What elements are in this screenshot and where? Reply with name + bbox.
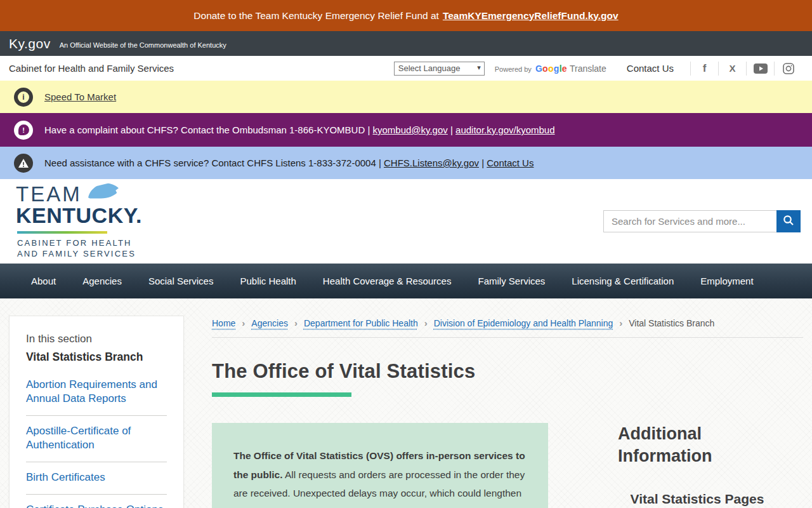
utility-row: Cabinet for Health and Family Services S… bbox=[0, 56, 812, 81]
sidebar-title: Vital Statistics Branch bbox=[26, 351, 167, 364]
nav-family-services[interactable]: Family Services bbox=[464, 264, 558, 298]
logo-cabinet-line1: CABINET FOR HEALTH bbox=[17, 238, 142, 249]
chfs-listens-text: Need assistance with a CHFS service? Con… bbox=[44, 157, 534, 168]
page-title: The Office of Vital Statistics bbox=[212, 360, 812, 383]
nav-agencies[interactable]: Agencies bbox=[69, 264, 135, 298]
alert-ombudsman: ! Have a complaint about CHFS? Contact t… bbox=[0, 113, 812, 147]
main-row: The Office of Vital Statistics (OVS) off… bbox=[212, 423, 812, 508]
auditor-link[interactable]: auditor.ky.gov/kyombud bbox=[455, 124, 554, 135]
logo-gradient-rule bbox=[17, 231, 107, 234]
section-sidebar: In this section Vital Statistics Branch … bbox=[9, 316, 184, 508]
powered-by-label: Powered by bbox=[495, 65, 532, 73]
main-column: Home › Agencies › Department for Public … bbox=[212, 298, 812, 508]
chevron-right-icon: › bbox=[619, 318, 622, 328]
sidebar-link-apostille[interactable]: Apostille-Certificate of Authentication bbox=[26, 416, 167, 462]
ovs-callout-box: The Office of Vital Statistics (OVS) off… bbox=[212, 423, 548, 508]
chfs-listens-email-link[interactable]: CHFS.Listens@ky.gov bbox=[384, 157, 479, 168]
nav-employment[interactable]: Employment bbox=[687, 264, 766, 298]
nav-public-health[interactable]: Public Health bbox=[226, 264, 309, 298]
x-twitter-icon[interactable]: X bbox=[719, 63, 746, 74]
alert-chfs-listens: Need assistance with a CHFS service? Con… bbox=[0, 147, 812, 179]
nav-about[interactable]: About bbox=[18, 264, 69, 298]
info-icon: i bbox=[14, 88, 33, 107]
site-search bbox=[603, 210, 801, 232]
breadcrumb-home[interactable]: Home bbox=[212, 318, 235, 328]
logo-kentucky-text: KENTUCKY. bbox=[16, 204, 142, 227]
divider bbox=[212, 337, 803, 338]
nav-health-coverage[interactable]: Health Coverage & Resources bbox=[310, 264, 465, 298]
translate-label: Translate bbox=[570, 64, 606, 74]
utility-right: Select Language ▾ Powered by Google Tran… bbox=[394, 62, 802, 76]
breadcrumb: Home › Agencies › Department for Public … bbox=[212, 318, 812, 328]
breadcrumb-current: Vital Statistics Branch bbox=[629, 318, 714, 328]
language-select[interactable]: Select Language bbox=[395, 62, 484, 75]
site-header: TEAM KENTUCKY. CABINET FOR HEALTH AND FA… bbox=[0, 179, 812, 264]
instagram-icon[interactable] bbox=[775, 63, 802, 74]
nav-licensing[interactable]: Licensing & Certification bbox=[558, 264, 687, 298]
kentucky-state-icon bbox=[86, 183, 120, 202]
search-input[interactable] bbox=[603, 210, 776, 232]
language-select-wrap: Select Language ▾ bbox=[394, 62, 485, 76]
blue-contact-us-link[interactable]: Contact Us bbox=[487, 157, 534, 168]
team-kentucky-logo[interactable]: TEAM KENTUCKY. CABINET FOR HEALTH AND FA… bbox=[16, 183, 142, 259]
sidebar-link-birth-certificates[interactable]: Birth Certificates bbox=[26, 462, 167, 495]
additional-info-column: Additional Information Vital Statistics … bbox=[618, 423, 803, 508]
sidebar-eyebrow: In this section bbox=[26, 333, 167, 345]
donate-link[interactable]: TeamKYEmergencyReliefFund.ky.gov bbox=[443, 10, 619, 22]
sidebar-link-abortion-reports[interactable]: Abortion Requirements and Annual Data Re… bbox=[26, 378, 167, 416]
warning-icon bbox=[14, 154, 33, 173]
facebook-icon[interactable]: f bbox=[691, 62, 718, 75]
google-logo: Google bbox=[535, 64, 567, 74]
google-translate-attribution: Powered by Google Translate bbox=[495, 64, 606, 74]
breadcrumb-agencies[interactable]: Agencies bbox=[251, 318, 288, 328]
site-name: Cabinet for Health and Family Services bbox=[9, 63, 174, 74]
contact-us-link[interactable]: Contact Us bbox=[627, 63, 674, 74]
official-text: An Official Website of the Commonwealth … bbox=[60, 41, 226, 49]
chevron-right-icon: › bbox=[242, 318, 245, 328]
sidebar-link-certificate-purchase[interactable]: Certificate Purchase Options bbox=[26, 495, 167, 508]
search-icon bbox=[783, 215, 794, 228]
social-icons: f X bbox=[690, 62, 802, 76]
logo-cabinet-line2: AND FAMILY SERVICES bbox=[17, 249, 142, 260]
breadcrumb-public-health[interactable]: Department for Public Health bbox=[304, 318, 418, 328]
kygov-logo[interactable]: Ky.gov bbox=[9, 36, 51, 51]
complaint-icon: ! bbox=[14, 121, 33, 140]
page-content: In this section Vital Statistics Branch … bbox=[0, 298, 812, 508]
kyombud-email-link[interactable]: kyombud@ky.gov bbox=[372, 124, 447, 135]
search-button[interactable] bbox=[776, 210, 801, 232]
donate-banner: Donate to the Team Kentucky Emergency Re… bbox=[0, 0, 812, 31]
chevron-right-icon: › bbox=[294, 318, 298, 328]
speed-to-market-link[interactable]: Speed To Market bbox=[44, 91, 116, 102]
sidebar-links: Abortion Requirements and Annual Data Re… bbox=[26, 378, 167, 508]
nav-social-services[interactable]: Social Services bbox=[135, 264, 227, 298]
additional-info-title: Additional Information bbox=[618, 423, 751, 467]
ombudsman-text: Have a complaint about CHFS? Contact the… bbox=[44, 124, 555, 135]
title-accent-rule bbox=[212, 392, 351, 397]
youtube-icon[interactable] bbox=[747, 64, 774, 74]
breadcrumb-epidemiology[interactable]: Division of Epidemiology and Health Plan… bbox=[434, 318, 613, 328]
chevron-right-icon: › bbox=[424, 318, 428, 328]
logo-team-text: TEAM bbox=[16, 184, 82, 204]
main-nav: About Agencies Social Services Public He… bbox=[0, 264, 812, 298]
vital-statistics-pages-heading: Vital Statistics Pages bbox=[618, 491, 776, 507]
donate-text: Donate to the Team Kentucky Emergency Re… bbox=[193, 10, 439, 22]
official-bar: Ky.gov An Official Website of the Common… bbox=[0, 31, 812, 56]
alert-speed-to-market: i Speed To Market bbox=[0, 81, 812, 113]
